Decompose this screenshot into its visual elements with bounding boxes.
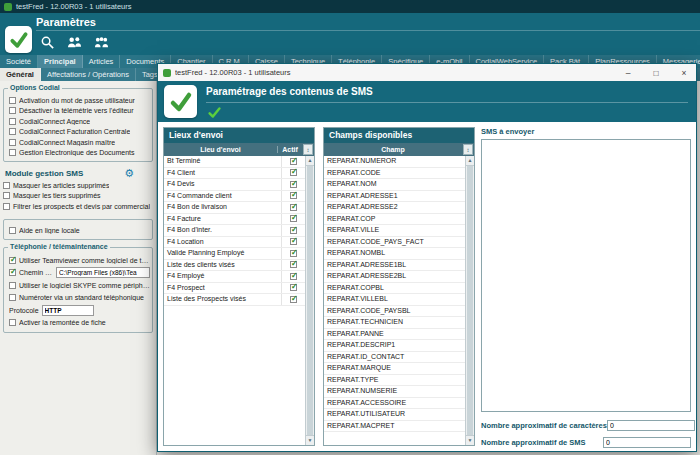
table-row[interactable]: F4 Employé xyxy=(164,271,305,283)
actif-checkbox[interactable] xyxy=(290,158,297,165)
table-row[interactable]: Valide Planning Employé xyxy=(164,248,305,260)
scrollbar[interactable]: ▲ ▼ xyxy=(465,156,474,445)
actif-checkbox[interactable] xyxy=(290,227,297,234)
option-row[interactable]: Masquer les articles supprimés xyxy=(0,180,156,191)
table-row[interactable]: Liste des Prospects visés xyxy=(164,294,305,306)
table-row[interactable]: REPARAT.CODE xyxy=(324,168,465,180)
sms-count-input[interactable] xyxy=(603,437,691,448)
option-row[interactable]: Filtrer les prospects et devis par comme… xyxy=(0,201,156,212)
scroll-up-icon[interactable]: ▲ xyxy=(306,156,314,166)
option-row[interactable]: Gestion Electronique des Documents xyxy=(6,148,150,159)
table-row[interactable]: REPARAT.MARQUE xyxy=(324,363,465,375)
actif-checkbox[interactable] xyxy=(290,204,297,211)
actif-checkbox[interactable] xyxy=(290,261,297,268)
table-row[interactable]: F4 Facture xyxy=(164,214,305,226)
checkbox[interactable] xyxy=(9,139,16,146)
checkbox[interactable] xyxy=(9,269,16,276)
option-row-teamviewer[interactable]: Utiliser Teamviewer comme logiciel de té… xyxy=(6,254,150,267)
checkbox[interactable] xyxy=(9,128,16,135)
actif-checkbox[interactable] xyxy=(290,238,297,245)
main-tab[interactable]: Société xyxy=(0,55,38,68)
scroll-thumb[interactable] xyxy=(307,166,313,435)
option-row-skype[interactable]: Utiliser le logiciel SKYPE comme périphé… xyxy=(6,279,150,292)
table-row[interactable]: Bt Terminé xyxy=(164,156,305,168)
checkbox[interactable] xyxy=(9,149,16,156)
table-row[interactable]: REPARAT.CODE_PAYS_FACT xyxy=(324,237,465,249)
main-tab[interactable]: Principal xyxy=(38,55,83,68)
table-row[interactable]: REPARAT.MACPRET xyxy=(324,421,465,433)
maximize-button[interactable]: □ xyxy=(644,64,668,81)
close-button[interactable]: × xyxy=(672,64,696,81)
table-row[interactable]: REPARAT.DESCRIP1 xyxy=(324,340,465,352)
table-row[interactable]: REPARAT.ADRESSE1 xyxy=(324,191,465,203)
checkbox[interactable] xyxy=(9,257,16,264)
option-row[interactable]: Activation du mot de passe utilisateur xyxy=(6,95,150,106)
table-row[interactable]: REPARAT.COP xyxy=(324,214,465,226)
table-row[interactable]: Liste des clients visés xyxy=(164,260,305,272)
table-row[interactable]: F4 Client xyxy=(164,168,305,180)
table-row[interactable]: REPARAT.COPBL xyxy=(324,283,465,295)
table-row[interactable]: F4 Bon de livraison xyxy=(164,202,305,214)
search-icon[interactable] xyxy=(40,35,55,50)
table-row[interactable]: F4 Commande client xyxy=(164,191,305,203)
table-row[interactable]: F4 Prospect xyxy=(164,283,305,295)
table-row[interactable]: REPARAT.TECHNICIEN xyxy=(324,317,465,329)
option-row[interactable]: Masquer les tiers supprimés xyxy=(0,191,156,202)
checkbox[interactable] xyxy=(9,294,16,301)
minimize-button[interactable]: – xyxy=(616,64,640,81)
checkbox[interactable] xyxy=(9,118,16,125)
table-row[interactable]: REPARAT.ID_CONTACT xyxy=(324,352,465,364)
table-row[interactable]: REPARAT.CODE_PAYSBL xyxy=(324,306,465,318)
option-row[interactable]: CodialConnect Agence xyxy=(6,116,150,127)
sub-tab[interactable]: Affectations / Opérations xyxy=(41,68,136,81)
table-row[interactable]: REPARAT.ADRESSE1BL xyxy=(324,260,465,272)
table-row[interactable]: REPARAT.NUMSERIE xyxy=(324,386,465,398)
table-row[interactable]: REPARAT.NUMEROR xyxy=(324,156,465,168)
scrollbar[interactable]: ▲ ▼ xyxy=(305,156,314,445)
scroll-down-icon[interactable]: ▼ xyxy=(306,435,314,445)
gear-icon[interactable]: ⚙ xyxy=(124,168,134,178)
sort-icon[interactable]: ↕ xyxy=(463,144,473,155)
actif-checkbox[interactable] xyxy=(290,273,297,280)
actif-checkbox[interactable] xyxy=(290,192,297,199)
scroll-thumb[interactable] xyxy=(467,166,473,435)
option-row[interactable]: CodialConnect Magasin maître xyxy=(6,137,150,148)
checkbox[interactable] xyxy=(9,107,16,114)
protocole-input[interactable] xyxy=(42,305,94,316)
table-row[interactable]: REPARAT.NOM xyxy=(324,179,465,191)
chars-count-input[interactable] xyxy=(607,420,695,431)
sort-icon[interactable]: ↕ xyxy=(303,144,313,155)
chemin-input[interactable] xyxy=(56,267,150,278)
scroll-down-icon[interactable]: ▼ xyxy=(466,435,474,445)
option-row-numeroter[interactable]: Numéroter via un standard téléphonique xyxy=(6,292,150,305)
table-row[interactable]: REPARAT.PANNE xyxy=(324,329,465,341)
checkbox[interactable] xyxy=(9,97,16,104)
table-row[interactable]: F4 Location xyxy=(164,237,305,249)
option-row[interactable]: Désactiver la télémétrie vers l'éditeur xyxy=(6,106,150,117)
table-row[interactable]: REPARAT.VILLEBL xyxy=(324,294,465,306)
actif-checkbox[interactable] xyxy=(290,169,297,176)
sms-textarea[interactable] xyxy=(481,139,691,412)
checkbox[interactable] xyxy=(3,203,10,210)
main-tab[interactable]: Articles xyxy=(83,55,121,68)
table-row[interactable]: REPARAT.NOMBL xyxy=(324,248,465,260)
table-row[interactable]: REPARAT.ADRESSE2 xyxy=(324,202,465,214)
checkbox[interactable] xyxy=(3,192,10,199)
users-icon[interactable] xyxy=(67,35,82,50)
scroll-up-icon[interactable]: ▲ xyxy=(466,156,474,166)
table-row[interactable]: REPARAT.ACCESSOIRE xyxy=(324,398,465,410)
option-row-remontee[interactable]: Activer la remontée de fiche xyxy=(6,317,150,330)
checkbox[interactable] xyxy=(9,319,16,326)
user-group-icon[interactable] xyxy=(94,35,109,50)
option-row[interactable]: Aide en ligne locale xyxy=(6,226,150,237)
actif-checkbox[interactable] xyxy=(290,296,297,303)
validate-check-icon[interactable] xyxy=(208,106,221,119)
actif-checkbox[interactable] xyxy=(290,181,297,188)
column-header-champ[interactable]: Champ xyxy=(324,146,462,153)
table-row[interactable]: REPARAT.UTILISATEUR xyxy=(324,409,465,421)
table-row[interactable]: REPARAT.VILLE xyxy=(324,225,465,237)
actif-checkbox[interactable] xyxy=(290,284,297,291)
table-row[interactable]: REPARAT.TYPE xyxy=(324,375,465,387)
table-row[interactable]: REPARAT.ADRESSE2BL xyxy=(324,271,465,283)
table-row[interactable]: F4 Devis xyxy=(164,179,305,191)
